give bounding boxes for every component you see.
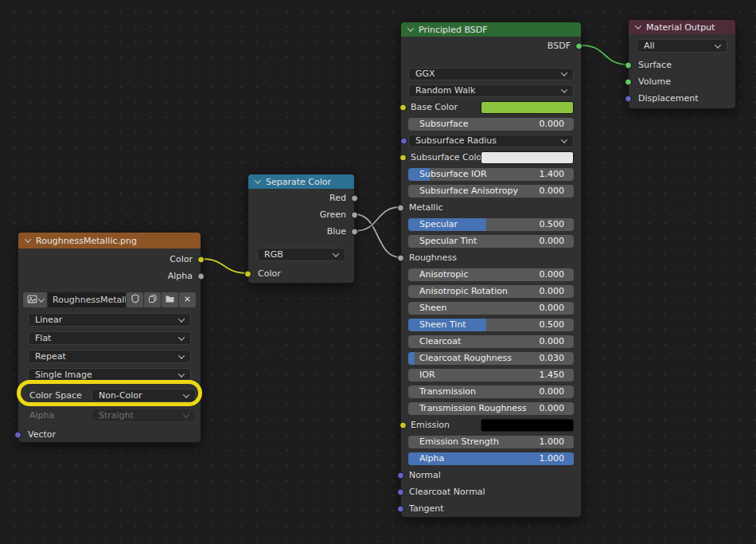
bsdf-output-socket[interactable] xyxy=(575,43,583,50)
slider-label: Sheen Tint xyxy=(408,319,540,331)
open-image-button[interactable] xyxy=(162,292,178,307)
node-title: RoughnessMetallic.png xyxy=(36,236,137,246)
slider-ior[interactable]: IOR1.450 xyxy=(408,369,574,382)
base-color-input-socket[interactable] xyxy=(399,104,407,112)
node-principled-bsdf: Principled BSDFBSDFGGXRandom WalkBase Co… xyxy=(400,22,582,518)
output-color-label: Color xyxy=(23,253,196,266)
dropdown-subsurface-radius[interactable]: Subsurface Radius xyxy=(408,135,574,147)
chevron-down-icon xyxy=(183,391,189,397)
slider-subsurface-ior[interactable]: Subsurface IOR1.400 xyxy=(408,168,574,181)
color-output-socket[interactable] xyxy=(197,256,205,264)
normal-input-socket[interactable] xyxy=(397,472,404,479)
slider-subsurface[interactable]: Subsurface0.000 xyxy=(408,118,574,131)
input-clearcoat-normal-label: Clearcoat Normal xyxy=(406,486,576,499)
input-surface-label: Surface xyxy=(633,59,731,72)
subsurface-colo-input-socket[interactable] xyxy=(399,155,407,162)
slider-label: Anisotropic xyxy=(408,268,540,281)
slider-transmission[interactable]: Transmission0.000 xyxy=(408,385,574,398)
clearcoat-normal-input-socket[interactable] xyxy=(397,489,404,496)
input-volume-label: Volume xyxy=(633,76,731,88)
chevron-down-icon xyxy=(178,315,185,322)
duplicate-data-button[interactable] xyxy=(144,292,161,307)
fake-user-button[interactable] xyxy=(127,292,143,307)
socket-label-text: Vector xyxy=(28,429,56,440)
emission-input-socket[interactable] xyxy=(399,422,407,429)
alpha-output-socket[interactable] xyxy=(197,273,205,280)
unlink-image-button[interactable] xyxy=(179,292,196,307)
metallic-input-socket[interactable] xyxy=(397,205,404,212)
node-header-principled-bsdf[interactable]: Principled BSDF xyxy=(401,22,581,37)
prop-row-color-space: Color SpaceNon-Color xyxy=(23,389,196,402)
slider-anisotropic[interactable]: Anisotropic0.000 xyxy=(408,268,574,281)
dropdown-repeat[interactable]: Repeat xyxy=(28,350,191,363)
image-browse-button[interactable] xyxy=(23,292,47,307)
dropdown-flat[interactable]: Flat xyxy=(28,331,191,345)
output-red-label: Red xyxy=(253,192,349,205)
node-header-separate-color[interactable]: Separate Color xyxy=(248,174,354,189)
slider-value: 0.000 xyxy=(540,285,575,298)
dropdown-value: Linear xyxy=(35,314,179,326)
wire-blue-to-metallic[interactable] xyxy=(355,207,400,231)
slider-sheen[interactable]: Sheen0.000 xyxy=(408,302,574,315)
dropdown-value: Flat xyxy=(35,332,179,344)
blue-output-socket[interactable] xyxy=(351,229,358,236)
chevron-down-icon xyxy=(715,41,721,48)
color-swatch-subsurface-colo[interactable] xyxy=(481,151,574,164)
input-displacement-label: Displacement xyxy=(633,92,731,105)
subsurface-radius-input-socket[interactable] xyxy=(400,138,407,145)
dropdown-random-walk[interactable]: Random Walk xyxy=(408,84,574,97)
slider-value: 0.000 xyxy=(540,235,575,248)
tangent-input-socket[interactable] xyxy=(397,506,404,513)
dropdown-all[interactable]: All xyxy=(637,39,727,53)
slider-emission-strength[interactable]: Emission Strength1.000 xyxy=(408,436,574,448)
slider-value: 0.000 xyxy=(540,385,575,398)
roughness-input-socket[interactable] xyxy=(397,255,404,262)
slider-specular[interactable]: Specular0.500 xyxy=(408,218,574,231)
slider-value: 1.450 xyxy=(540,369,575,382)
wire-bsdf-to-surface[interactable] xyxy=(582,45,628,65)
socket-label-text: Displacement xyxy=(638,93,699,104)
slider-sheen-tint[interactable]: Sheen Tint0.500 xyxy=(408,319,574,331)
slider-specular-tint[interactable]: Specular Tint0.000 xyxy=(408,235,574,248)
node-header-material-output[interactable]: Material Output xyxy=(629,20,735,34)
slider-clearcoat-roughness[interactable]: Clearcoat Roughness0.030 xyxy=(408,352,574,365)
dropdown-rgb[interactable]: RGB xyxy=(257,248,345,261)
slider-subsurface-anisotropy[interactable]: Subsurface Anisotropy0.000 xyxy=(408,185,574,198)
slider-label: Alpha xyxy=(408,452,540,465)
surface-input-socket[interactable] xyxy=(625,62,632,69)
slider-clearcoat[interactable]: Clearcoat0.000 xyxy=(408,335,574,348)
socket-label-text: Tangent xyxy=(409,503,444,514)
node-title: Separate Color xyxy=(266,177,331,187)
node-body-separate-color: RedGreenBlueRGBColor xyxy=(248,192,354,280)
slider-label: Subsurface IOR xyxy=(408,168,540,181)
prop-row-alpha: AlphaStraight xyxy=(23,409,196,422)
slider-label: Emission Strength xyxy=(408,436,540,448)
image-name-field[interactable]: RoughnessMetalli... xyxy=(48,292,126,307)
color-swatch-base-color[interactable] xyxy=(481,101,574,114)
wire-image-color-to-separate-color[interactable] xyxy=(201,259,247,273)
dropdown-value: Random Walk xyxy=(415,85,562,96)
slider-label: IOR xyxy=(408,369,540,382)
socket-label-text: Color xyxy=(258,268,281,279)
color-swatch-emission[interactable] xyxy=(481,419,574,432)
dropdown-non-color[interactable]: Non-Color xyxy=(92,389,196,402)
slider-transmission-roughness[interactable]: Transmission Roughness0.000 xyxy=(408,402,574,415)
node-editor-canvas[interactable]: RoughnessMetallic.pngColorAlphaRoughness… xyxy=(0,0,756,544)
input-normal-label: Normal xyxy=(406,469,576,482)
color-input-socket[interactable] xyxy=(244,271,251,278)
dropdown-single-image[interactable]: Single Image xyxy=(28,368,191,382)
slider-label: Clearcoat xyxy=(408,335,540,348)
slider-alpha[interactable]: Alpha1.000 xyxy=(408,452,574,465)
dropdown-linear[interactable]: Linear xyxy=(28,313,191,327)
volume-input-socket[interactable] xyxy=(625,79,632,86)
node-header-image-texture[interactable]: RoughnessMetallic.png xyxy=(18,233,201,249)
slider-value: 0.000 xyxy=(540,185,575,198)
dropdown-ggx[interactable]: GGX xyxy=(408,68,574,80)
red-output-socket[interactable] xyxy=(351,195,358,202)
green-output-socket[interactable] xyxy=(351,212,358,219)
slider-anisotropic-rotation[interactable]: Anisotropic Rotation0.000 xyxy=(408,285,574,298)
vector-input-socket[interactable] xyxy=(14,432,21,439)
socket-label-text: Volume xyxy=(638,76,671,87)
output-green-label: Green xyxy=(253,209,349,221)
displacement-input-socket[interactable] xyxy=(625,96,632,103)
